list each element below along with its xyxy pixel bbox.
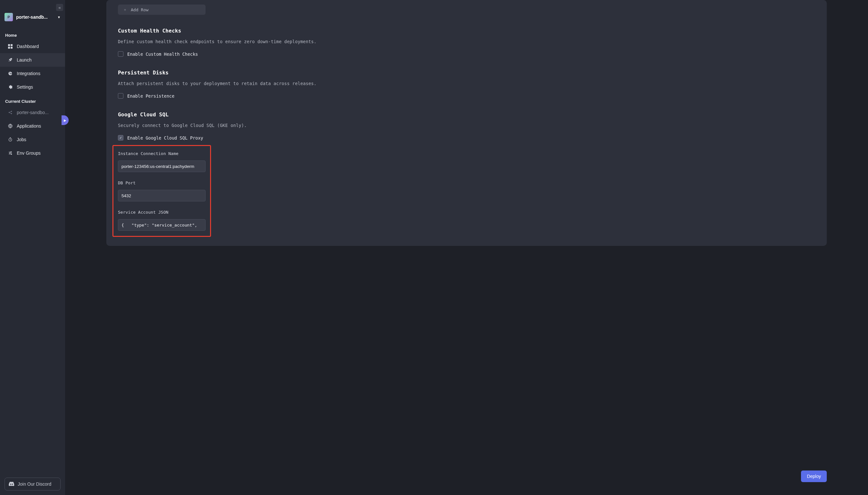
globe-icon (8, 123, 13, 129)
svg-rect-0 (8, 44, 10, 46)
timer-icon (8, 137, 13, 142)
svg-point-6 (11, 113, 12, 115)
checkbox-label: Enable Custom Health Checks (127, 52, 198, 57)
svg-rect-2 (8, 47, 10, 49)
checkbox-icon: ✓ (118, 135, 123, 140)
sidebar-item-label: Settings (17, 84, 33, 90)
sidebar-item-label: Jobs (17, 137, 27, 142)
chevron-right-icon: ▶ (64, 119, 66, 122)
checkbox-label: Enable Google Cloud SQL Proxy (127, 135, 203, 140)
section-desc-disks: Attach persistent disks to your deployme… (118, 81, 815, 86)
chevron-double-left-icon: « (58, 5, 60, 10)
checkbox-enable-health[interactable]: Enable Custom Health Checks (118, 51, 815, 57)
join-discord-button[interactable]: Join Our Discord (4, 478, 60, 491)
rocket-icon (8, 57, 13, 63)
input-connection-name[interactable] (118, 160, 206, 172)
add-row-button[interactable]: ＋ Add Row (118, 4, 206, 15)
deploy-button[interactable]: Deploy (801, 471, 827, 482)
sidebar: « P porter-sandb... ▼ Home Dashboard Lau… (0, 0, 65, 495)
sidebar-item-env-groups[interactable]: Env Groups (0, 146, 65, 160)
section-title-disks: Persistent Disks (118, 70, 815, 76)
svg-rect-3 (11, 47, 13, 49)
sidebar-item-label: Dashboard (17, 44, 39, 49)
svg-point-11 (11, 154, 12, 154)
sidebar-item-integrations[interactable]: Integrations (0, 67, 65, 80)
gear-icon (8, 84, 13, 90)
section-desc-health: Define custom health check endpoints to … (118, 39, 815, 44)
collapse-sidebar-button[interactable]: « (56, 4, 63, 11)
svg-rect-1 (11, 44, 13, 46)
input-service-account-json[interactable] (118, 219, 206, 231)
grid-icon (8, 44, 13, 49)
svg-point-10 (10, 153, 10, 153)
checkbox-enable-sql-proxy[interactable]: ✓ Enable Google Cloud SQL Proxy (118, 135, 815, 140)
chevron-down-icon: ▼ (57, 16, 60, 19)
svg-point-4 (9, 112, 10, 113)
label-connection-name: Instance Connection Name (118, 151, 206, 156)
label-service-account-json: Service Account JSON (118, 210, 206, 215)
sidebar-cluster-selector[interactable]: porter-sandbo... (0, 106, 65, 119)
settings-panel: ＋ Add Row Custom Health Checks Define cu… (106, 0, 827, 246)
deploy-bar: Deploy (65, 464, 868, 495)
sidebar-item-label: Integrations (17, 71, 40, 76)
nav-section-home-label: Home (0, 31, 65, 40)
section-title-health: Custom Health Checks (118, 28, 815, 34)
sliders-icon (8, 151, 13, 156)
input-db-port[interactable] (118, 190, 206, 201)
pie-icon (8, 71, 13, 76)
svg-point-5 (11, 111, 12, 112)
share-icon (8, 110, 13, 115)
section-desc-sql: Securely connect to Google Cloud SQL (GK… (118, 123, 815, 128)
sidebar-item-applications[interactable]: Applications (0, 119, 65, 133)
label-db-port: DB Port (118, 181, 206, 185)
discord-button-label: Join Our Discord (18, 481, 51, 487)
sidebar-item-label: Launch (17, 57, 32, 63)
checkbox-icon (118, 51, 123, 57)
plus-icon: ＋ (123, 7, 127, 13)
main-content: ＋ Add Row Custom Health Checks Define cu… (65, 0, 868, 495)
sidebar-item-settings[interactable]: Settings (0, 80, 65, 94)
highlight-sql-fields: Instance Connection Name DB Port Service… (112, 145, 211, 237)
project-avatar: P (4, 13, 13, 21)
sidebar-item-launch[interactable]: Launch (0, 53, 65, 67)
checkbox-label: Enable Persistence (127, 93, 174, 99)
sidebar-item-label: Env Groups (17, 151, 40, 156)
checkbox-icon (118, 93, 123, 99)
project-name: porter-sandb... (16, 15, 54, 20)
add-row-label: Add Row (131, 7, 149, 12)
cluster-name: porter-sandbo... (17, 110, 49, 115)
sidebar-item-label: Applications (17, 123, 41, 129)
checkbox-enable-persistence[interactable]: Enable Persistence (118, 93, 815, 99)
sidebar-item-jobs[interactable]: Jobs (0, 133, 65, 146)
section-title-sql: Google Cloud SQL (118, 112, 815, 118)
discord-icon (9, 481, 15, 487)
svg-point-9 (11, 152, 11, 152)
nav-section-cluster-label: Current Cluster (0, 97, 65, 106)
sidebar-item-dashboard[interactable]: Dashboard (0, 40, 65, 53)
project-selector[interactable]: P porter-sandb... ▼ (4, 13, 60, 21)
